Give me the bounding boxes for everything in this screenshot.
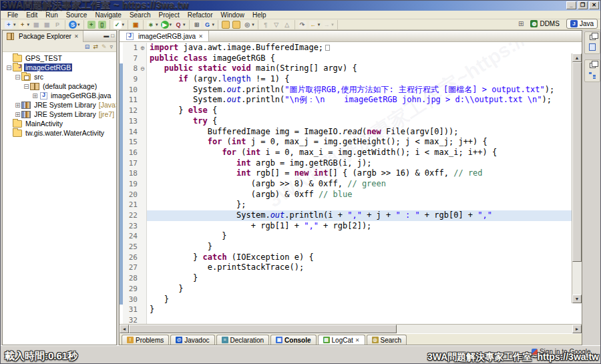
skype-button[interactable]: S▾ — [68, 20, 81, 29]
code-text[interactable]: } — [147, 284, 572, 295]
tab-logcat[interactable]: ▤LogCat✕ — [318, 335, 365, 345]
collapse-icon[interactable]: ⊟ — [5, 64, 13, 71]
code-text[interactable]: } — [147, 273, 572, 284]
close-button[interactable]: ✕ — [589, 1, 599, 9]
debug-button[interactable]: ∗▾ — [146, 20, 159, 29]
code-text[interactable]: e.printStackTrace(); — [147, 262, 572, 273]
code-text[interactable]: if (argv.length != 1) { — [147, 74, 572, 85]
code-text[interactable]: int argb = img.getRGB(i, j); — [147, 158, 572, 169]
package-explorer-tab[interactable]: Package Explorer ✕ — [3, 31, 83, 42]
tree-item-jre-system-library[interactable]: ⊞JRE System Library[JavaSE-1.7] — [3, 100, 116, 110]
line-number[interactable]: 10 — [123, 85, 139, 96]
line-number[interactable]: 13 — [123, 116, 139, 127]
code-text[interactable]: + rgb[1] + "," + rgb[2]); — [147, 221, 572, 232]
tab-javadoc[interactable]: @Javadoc — [170, 335, 214, 345]
maximize-button[interactable]: ❐ — [578, 1, 588, 9]
code-text[interactable]: (argb) & 0xff // blue — [147, 190, 572, 200]
tab-logcat-close-icon[interactable]: ✕ — [355, 337, 360, 343]
run-checks-button[interactable]: ✓▾ — [113, 20, 126, 29]
code-text[interactable]: public class imageGetRGB { — [147, 53, 572, 64]
line-number[interactable]: 28 — [123, 273, 139, 284]
fold-expand-icon[interactable]: ⊕ — [139, 43, 147, 53]
editor-body[interactable]: 3WA問題解決專家工作室~https://3wa.tw 1⊕import jav… — [120, 42, 582, 324]
code-text[interactable]: public static void main(String[] argv) { — [147, 63, 572, 74]
line-number[interactable]: 25 — [123, 242, 139, 252]
android-avd-manager-button[interactable]: ▯ — [97, 20, 107, 29]
collapse-icon[interactable]: ⊟ — [14, 73, 21, 81]
line-number[interactable]: 1 — [123, 43, 139, 53]
code-text[interactable]: System.out.println(i + "," + j + " : " +… — [147, 210, 572, 221]
view-menu-icon[interactable]: ▿ — [110, 43, 113, 50]
expand-icon[interactable]: ⊞ — [31, 92, 39, 100]
external-tools-button[interactable]: ◎▾ — [242, 20, 255, 29]
prev-annotation-button[interactable]: △ — [282, 20, 292, 29]
dropdown-arrow-icon[interactable]: ▾ — [331, 22, 334, 27]
new-test-button[interactable]: ▣ — [131, 20, 140, 29]
line-number[interactable]: 15 — [123, 137, 139, 148]
new-java-button[interactable]: +▾ — [18, 20, 31, 29]
profile-button[interactable]: Q▾ — [174, 20, 186, 29]
focus-icon[interactable]: ✎ — [102, 43, 107, 50]
line-number[interactable]: 19 — [123, 179, 139, 190]
menu-window[interactable]: Window — [216, 11, 248, 19]
line-number[interactable]: 26 — [123, 252, 139, 263]
code-text[interactable]: System.out.println("\n例：\n imageGetRGB j… — [147, 95, 572, 106]
tree-item-gps-test[interactable]: GPS_TEST — [3, 53, 116, 63]
code-text[interactable]: System.out.println("圖片取得RGB,使用方法如下: 主程行程… — [147, 85, 572, 96]
code-text[interactable]: } — [147, 242, 572, 252]
line-number[interactable]: 32 — [123, 315, 139, 324]
tree-item-mainactivity[interactable]: MainActivity — [3, 119, 116, 128]
forward-button[interactable]: →▾ — [322, 20, 335, 29]
scroll-up-icon[interactable]: ▲ — [572, 53, 582, 62]
code-text[interactable]: import java.awt.image.BufferedImage; — [147, 43, 572, 53]
tab-problems[interactable]: !Problems — [122, 335, 169, 345]
line-number[interactable]: 12 — [123, 106, 139, 116]
mark-occurrences-button[interactable]: ¶ — [261, 20, 270, 29]
editor-tab[interactable]: imageGetRGB.java ✕ — [120, 31, 209, 41]
expand-icon[interactable]: ⊞ — [14, 102, 21, 109]
open-folder-button[interactable] — [221, 20, 230, 29]
line-number[interactable]: 20 — [123, 190, 139, 200]
scroll-down-icon[interactable]: ▼ — [572, 295, 582, 303]
dropdown-arrow-icon[interactable]: ▾ — [13, 22, 16, 27]
line-number[interactable]: 23 — [123, 221, 139, 232]
line-number[interactable]: 18 — [123, 168, 139, 179]
dropdown-arrow-icon[interactable]: ▾ — [156, 22, 158, 27]
editor-horizontal-scrollbar[interactable]: ◂ ▸ — [120, 324, 582, 333]
folded-region-icon[interactable] — [325, 45, 330, 51]
task-list-icon[interactable] — [589, 43, 596, 51]
new-web-button[interactable]: ⊞ — [192, 20, 202, 29]
line-number[interactable]: 29 — [123, 284, 139, 295]
tab-search[interactable]: ◎Search — [367, 335, 407, 345]
open-resource-button[interactable] — [232, 20, 241, 29]
vertical-scroll-thumb[interactable] — [572, 62, 582, 262]
run-button[interactable]: ▶▾ — [160, 20, 173, 29]
editor-tab-close-icon[interactable]: ✕ — [198, 33, 203, 39]
print-button[interactable]: P — [53, 20, 62, 29]
dropdown-arrow-icon[interactable]: ▾ — [122, 22, 125, 27]
code-text[interactable]: } — [147, 231, 572, 242]
dropdown-arrow-icon[interactable]: ▾ — [77, 22, 80, 27]
restore-view-icon[interactable] — [590, 35, 596, 40]
code-text[interactable]: for (int i = 0, max_i = img.getWidth(); … — [147, 148, 572, 158]
restore-view-icon[interactable] — [590, 63, 596, 68]
horizontal-scroll-thumb[interactable] — [129, 325, 397, 333]
perspective-java[interactable]: JJava — [566, 19, 598, 29]
dropdown-arrow-icon[interactable]: ▾ — [252, 22, 254, 27]
code-text[interactable]: int rgb[] = new int[] { (argb >> 16) & 0… — [147, 168, 572, 179]
line-number[interactable]: 8 — [123, 63, 139, 74]
collapse-icon[interactable]: ⊟ — [23, 83, 30, 90]
code-text[interactable] — [147, 315, 572, 324]
tab-declaration[interactable]: ≡Declaration — [216, 335, 270, 345]
tree-item-tw-gis-water-wateractivity[interactable]: tw.gis.water.WaterActivity — [3, 128, 116, 138]
fold-collapse-icon[interactable]: ⊖ — [139, 63, 147, 74]
line-number[interactable]: 14 — [123, 127, 139, 138]
tree-item-imagegetrgb-java[interactable]: ⊞imageGetRGB.java — [3, 91, 116, 100]
code-text[interactable]: }; — [147, 200, 572, 210]
line-number[interactable]: 24 — [123, 231, 139, 242]
perspective-ddms[interactable]: ◍DDMS — [526, 19, 563, 29]
dropdown-arrow-icon[interactable]: ▾ — [170, 22, 172, 27]
tree-item-imagegetrgb[interactable]: ⊟imageGetRGB — [3, 63, 116, 72]
code-text[interactable]: } — [147, 305, 572, 315]
tree-item-src[interactable]: ⊟src — [3, 72, 116, 81]
